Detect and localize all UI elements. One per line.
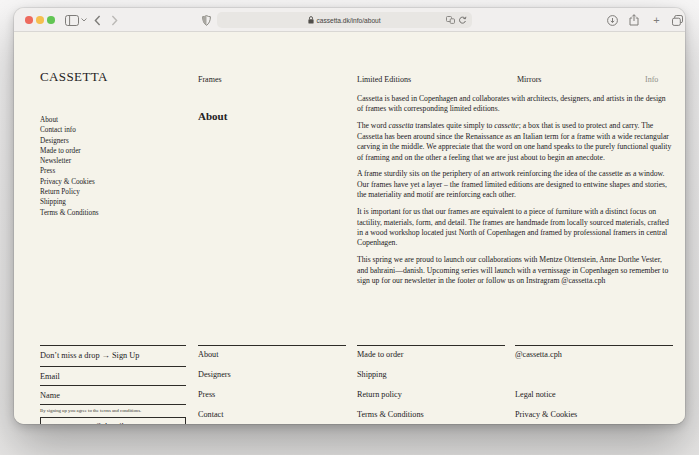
new-tab-icon[interactable]: + <box>651 8 662 32</box>
footer-link[interactable]: @cassetta.cph <box>515 350 673 359</box>
sidebar-link[interactable]: Designers <box>40 136 99 146</box>
footer-link[interactable]: Contact <box>198 410 346 419</box>
sidebar-link[interactable]: Made to order <box>40 146 99 156</box>
footer-column-legal: @cassetta.cphLegal noticePrivacy & Cooki… <box>515 345 673 424</box>
name-field[interactable] <box>40 386 186 405</box>
back-icon[interactable] <box>92 8 102 32</box>
share-icon[interactable] <box>628 8 640 32</box>
footer-link[interactable]: About <box>198 350 346 359</box>
page-title: About <box>198 110 227 122</box>
sidebar-toggle-icon[interactable] <box>64 8 79 32</box>
minimize-window-button[interactable] <box>36 16 44 24</box>
chevron-down-icon[interactable] <box>80 8 87 32</box>
newsletter-heading[interactable]: Don’t miss a drop → Sign Up <box>40 346 186 367</box>
browser-toolbar[interactable]: cassetta.dk/info/about + <box>14 8 685 32</box>
nav-info[interactable]: Info <box>645 75 658 84</box>
footer-link[interactable]: Press <box>198 390 346 399</box>
footer-link[interactable]: Privacy & Cookies <box>515 410 673 419</box>
forward-icon[interactable] <box>109 8 119 32</box>
paragraph: Cassetta is based in Copenhagen and coll… <box>357 94 673 115</box>
nav-mirrors[interactable]: Mirrors <box>517 75 541 84</box>
close-window-button[interactable] <box>25 16 33 24</box>
sidebar-link[interactable]: Privacy & Cookies <box>40 177 99 187</box>
browser-window: cassetta.dk/info/about + CASSETTA Frames… <box>14 8 685 424</box>
footer-link[interactable]: Designers <box>198 370 346 379</box>
sidebar-link[interactable]: Newsletter <box>40 156 99 166</box>
downloads-icon[interactable] <box>606 8 618 32</box>
sidebar-link[interactable]: Return Policy <box>40 187 99 197</box>
address-url: cassetta.dk/info/about <box>316 17 380 24</box>
translate-icon[interactable] <box>446 16 455 24</box>
paragraph: A frame sturdily sits on the periphery o… <box>357 169 673 200</box>
footer-link[interactable] <box>515 370 673 378</box>
footer-column-pages: AboutDesignersPressContact <box>198 345 346 424</box>
article-paragraphs: Cassetta is based in Copenhagen and coll… <box>357 94 673 293</box>
site-logo[interactable]: CASSETTA <box>40 69 108 85</box>
paragraph: The word cassetta translates quite simpl… <box>357 121 673 163</box>
paragraph: This spring we are proud to launch our c… <box>357 255 673 286</box>
reload-icon[interactable] <box>458 16 467 25</box>
address-bar[interactable]: cassetta.dk/info/about <box>217 12 472 28</box>
newsletter-terms-note: By signing up you agree to the terms and… <box>40 405 186 415</box>
footer-link[interactable]: Made to order <box>357 350 505 359</box>
privacy-shield-icon[interactable] <box>201 8 212 32</box>
nav-frames[interactable]: Frames <box>198 75 222 84</box>
sidebar-link[interactable]: Shipping <box>40 197 99 207</box>
nav-limited-editions[interactable]: Limited Editions <box>357 75 411 84</box>
footer-column-service: Made to orderShippingReturn policyTerms … <box>357 345 505 424</box>
footer-link[interactable]: Shipping <box>357 370 505 379</box>
sidebar-link[interactable]: Contact info <box>40 125 99 135</box>
tab-overview-icon[interactable] <box>671 8 683 32</box>
sidebar-link[interactable]: Terms & Conditions <box>40 208 99 218</box>
sidebar-link[interactable]: Press <box>40 166 99 176</box>
lock-icon <box>308 16 314 24</box>
footer-link[interactable]: Legal notice <box>515 390 673 399</box>
zoom-window-button[interactable] <box>47 16 55 24</box>
webpage: CASSETTA Frames Limited Editions Mirrors… <box>14 32 685 424</box>
newsletter-signup: Don’t miss a drop → Sign Up By signing u… <box>40 345 186 424</box>
paragraph: It is important for us that our frames a… <box>357 207 673 249</box>
info-sidebar-nav: AboutContact infoDesignersMade to orderN… <box>40 115 99 218</box>
footer-link[interactable]: Terms & Conditions <box>357 410 505 419</box>
sidebar-link[interactable]: About <box>40 115 99 125</box>
footer-link[interactable]: Return policy <box>357 390 505 399</box>
email-field[interactable] <box>40 367 186 386</box>
subscribe-button[interactable]: Subscribe <box>40 417 186 424</box>
